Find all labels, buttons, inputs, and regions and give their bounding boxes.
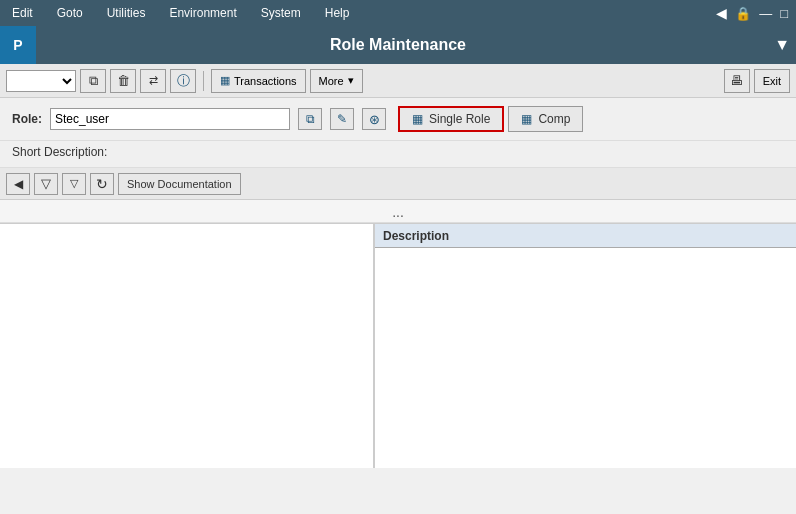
comp-role-icon: ▦	[521, 112, 532, 126]
table-container: Description	[0, 223, 796, 468]
toolbar: ⧉ 🗑 ⇄ ⓘ ▦ Transactions More ▾ 🖶 Exit	[0, 64, 796, 98]
print-icon: 🖶	[730, 73, 743, 88]
menu-bar: Edit Goto Utilities Environment System H…	[0, 0, 796, 26]
move-icon: ⇄	[149, 74, 158, 87]
nav-maximize-icon[interactable]: □	[780, 6, 788, 21]
delete-icon: 🗑	[117, 73, 130, 88]
role-edit-icon: ✎	[337, 112, 347, 126]
nav-back-icon[interactable]: ◀	[716, 5, 727, 21]
transactions-icon: ▦	[220, 74, 230, 87]
more-chevron-icon: ▾	[348, 74, 354, 87]
info-icon: ⓘ	[177, 72, 190, 90]
role-copy-icon: ⧉	[306, 112, 315, 126]
filter2-button[interactable]: ▽	[62, 173, 86, 195]
table-left-panel	[0, 224, 375, 468]
filter2-icon: ▽	[70, 177, 78, 190]
table-right-panel: Description	[375, 224, 796, 468]
action-toolbar: ◀ ▽ ▽ ↻ Show Documentation	[0, 168, 796, 200]
refresh-button[interactable]: ↻	[90, 173, 114, 195]
filter-icon: ▽	[41, 176, 51, 191]
single-role-icon: ▦	[412, 112, 423, 126]
short-desc-label: Short Description:	[12, 145, 107, 159]
filter-button[interactable]: ▽	[34, 173, 58, 195]
menu-utilities[interactable]: Utilities	[103, 4, 150, 22]
more-button[interactable]: More ▾	[310, 69, 363, 93]
role-auth-button[interactable]: ⊛	[362, 108, 386, 130]
comp-role-button[interactable]: ▦ Comp	[508, 106, 583, 132]
menu-bar-right: ◀ 🔒 — □	[716, 5, 788, 21]
title-bar: P Role Maintenance ▼	[0, 26, 796, 64]
table-right-header: Description	[375, 224, 796, 248]
menu-bar-left: Edit Goto Utilities Environment System H…	[8, 4, 353, 22]
single-role-button[interactable]: ▦ Single Role	[398, 106, 504, 132]
toolbar-dropdown[interactable]	[6, 70, 76, 92]
move-button[interactable]: ⇄	[140, 69, 166, 93]
copy-button[interactable]: ⧉	[80, 69, 106, 93]
exit-button[interactable]: Exit	[754, 69, 790, 93]
delete-button[interactable]: 🗑	[110, 69, 136, 93]
sap-logo: P	[0, 26, 36, 64]
ellipsis-icon: ...	[392, 204, 404, 220]
refresh-icon: ↻	[96, 176, 108, 192]
ellipsis-resize-row[interactable]: ...	[0, 200, 796, 223]
toolbar-right: 🖶 Exit	[724, 69, 790, 93]
table-left-body	[0, 224, 373, 444]
page-title: Role Maintenance	[330, 36, 466, 53]
print-button[interactable]: 🖶	[724, 69, 750, 93]
role-input[interactable]	[50, 108, 290, 130]
menu-edit[interactable]: Edit	[8, 4, 37, 22]
role-row: Role: ⧉ ✎ ⊛ ▦ Single Role ▦ Comp	[0, 98, 796, 141]
menu-system[interactable]: System	[257, 4, 305, 22]
role-edit-button[interactable]: ✎	[330, 108, 354, 130]
nav-lock-icon[interactable]: 🔒	[735, 6, 751, 21]
copy-icon: ⧉	[89, 73, 98, 89]
menu-help[interactable]: Help	[321, 4, 354, 22]
table-right-body	[375, 248, 796, 468]
menu-environment[interactable]: Environment	[165, 4, 240, 22]
nav-minimize-icon[interactable]: —	[759, 6, 772, 21]
show-docs-button[interactable]: Show Documentation	[118, 173, 241, 195]
action-arrow-icon: ◀	[14, 177, 23, 191]
role-label: Role:	[12, 112, 42, 126]
role-copy-button[interactable]: ⧉	[298, 108, 322, 130]
action-arrow-button[interactable]: ◀	[6, 173, 30, 195]
transactions-button[interactable]: ▦ Transactions	[211, 69, 306, 93]
menu-goto[interactable]: Goto	[53, 4, 87, 22]
role-auth-icon: ⊛	[369, 112, 380, 127]
short-desc-row: Short Description:	[0, 141, 796, 168]
info-button[interactable]: ⓘ	[170, 69, 196, 93]
toolbar-separator-1	[203, 71, 204, 91]
title-arrow-icon[interactable]: ▼	[774, 36, 790, 54]
